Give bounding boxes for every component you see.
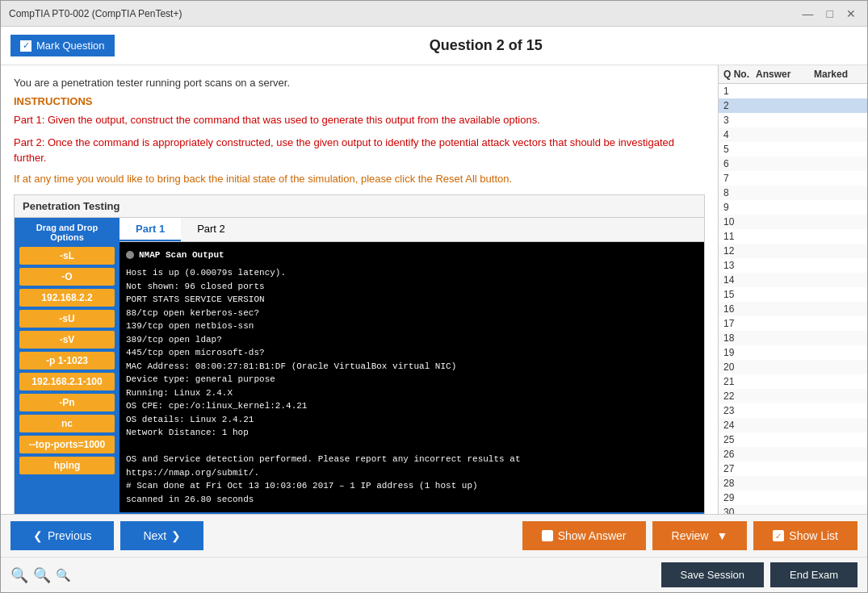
drag-item-top-ports[interactable]: --top-ports=1000 [19, 436, 115, 453]
sidebar-row-24[interactable]: 24 [719, 418, 867, 432]
sidebar-row-29[interactable]: 29 [719, 491, 867, 505]
sidebar-row-13[interactable]: 13 [719, 258, 867, 273]
sidebar-row-5[interactable]: 5 [719, 142, 867, 157]
sidebar-row-6[interactable]: 6 [719, 157, 867, 171]
nmap-line-11: OS CPE: cpe:/o:linux_kernel:2.4.21 [126, 399, 698, 413]
nmap-line-10: Running: Linux 2.4.X [126, 386, 698, 400]
previous-button[interactable]: Previous [10, 521, 114, 550]
sim-container: Penetration Testing Drag and Drop Option… [14, 194, 705, 515]
sidebar-row-22[interactable]: 22 [719, 389, 867, 403]
tab-part1[interactable]: Part 1 [120, 218, 181, 241]
drag-drop-title: Drag and Drop Options [19, 223, 115, 242]
drag-item-sl[interactable]: -sL [19, 247, 115, 265]
zoom-reset-button[interactable]: 🔍 [33, 566, 51, 584]
nmap-line-8: MAC Address: 08:00:27:81:B1:DF (Oracle V… [126, 360, 698, 374]
sidebar-header: Q No. Answer Marked [719, 65, 867, 84]
nmap-line-13: Network Distance: 1 hop [126, 426, 698, 440]
sidebar-row-7[interactable]: 7 [719, 171, 867, 186]
reset-text: If at any time you would like to bring b… [14, 173, 705, 185]
sidebar-row-11[interactable]: 11 [719, 229, 867, 244]
next-button[interactable]: Next [120, 521, 203, 550]
sidebar-row-27[interactable]: 27 [719, 461, 867, 476]
nav-buttons: Previous Next Show Answer Review ▼ ✓ Sho… [1, 515, 867, 558]
drag-item-su[interactable]: -sU [19, 310, 115, 328]
nmap-line-12: OS details: Linux 2.4.21 [126, 413, 698, 427]
sim-right: Part 1 Part 2 NMAP Scan Output Host is u… [120, 218, 704, 515]
sidebar-row-17[interactable]: 17 [719, 316, 867, 331]
mark-question-button[interactable]: ✓ Mark Question [10, 35, 115, 56]
bottom-bar: Previous Next Show Answer Review ▼ ✓ Sho… [1, 514, 867, 592]
zoom-session-bar: 🔍 🔍 🔍 Save Session End Exam [1, 558, 867, 592]
drag-item-p[interactable]: -p 1-1023 [19, 352, 115, 370]
nmap-line-18: scanned in 26.80 seconds [126, 493, 698, 507]
show-list-button[interactable]: ✓ Show List [753, 521, 858, 550]
sidebar-row-30[interactable]: 30 [719, 505, 867, 514]
drag-item-sv[interactable]: -sV [19, 331, 115, 349]
sidebar-row-8[interactable]: 8 [719, 186, 867, 200]
sidebar-row-18[interactable]: 18 [719, 331, 867, 345]
zoom-in-button[interactable]: 🔍 [10, 566, 28, 584]
drag-item-ip2[interactable]: 192.168.2.1-100 [19, 373, 115, 390]
sidebar-row-2[interactable]: 2 [719, 98, 867, 113]
sidebar: Q No. Answer Marked 1 2 3 4 5 6 7 8 9 10… [718, 65, 867, 514]
sim-title: Penetration Testing [23, 200, 120, 212]
sidebar-row-3[interactable]: 3 [719, 113, 867, 127]
sidebar-row-12[interactable]: 12 [719, 244, 867, 258]
save-session-button[interactable]: Save Session [661, 562, 765, 587]
sidebar-row-15[interactable]: 15 [719, 287, 867, 302]
app-window: CompTIA PT0-002 (CompTIA PenTest+) — □ ✕… [0, 0, 868, 593]
sidebar-row-23[interactable]: 23 [719, 403, 867, 418]
sidebar-row-1[interactable]: 1 [719, 84, 867, 98]
nmap-line-9: Device type: general purpose [126, 373, 698, 386]
sidebar-col-answer: Answer [756, 69, 814, 80]
main-area: You are a penetration tester running por… [1, 65, 867, 514]
drag-item-nc[interactable]: nc [19, 415, 115, 432]
part2-text: Part 2: Once the command is appropriatel… [14, 135, 705, 166]
tab-part2[interactable]: Part 2 [181, 218, 241, 241]
sidebar-row-4[interactable]: 4 [719, 127, 867, 142]
tabs-bar: Part 1 Part 2 [120, 218, 704, 242]
sidebar-row-16[interactable]: 16 [719, 302, 867, 316]
toolbar: ✓ Mark Question Question 2 of 15 [1, 27, 867, 65]
sidebar-row-14[interactable]: 14 [719, 273, 867, 287]
sidebar-row-25[interactable]: 25 [719, 432, 867, 447]
title-bar: CompTIA PT0-002 (CompTIA PenTest+) — □ ✕ [1, 1, 867, 27]
chevron-right-icon [171, 529, 181, 542]
restore-button[interactable]: □ [824, 7, 837, 20]
sidebar-row-9[interactable]: 9 [719, 200, 867, 215]
end-exam-button[interactable]: End Exam [770, 562, 858, 587]
question-title: Question 2 of 15 [115, 37, 858, 54]
nmap-line-17: # Scan done at Fri Oct 13 10:03:06 2017 … [126, 479, 698, 493]
sidebar-row-26[interactable]: 26 [719, 447, 867, 461]
nmap-line-4: 88/tcp open kerberos-sec? [126, 307, 698, 320]
save-session-label: Save Session [681, 569, 745, 581]
sidebar-row-28[interactable]: 28 [719, 476, 867, 491]
review-label: Review [672, 529, 709, 542]
review-button[interactable]: Review ▼ [652, 521, 748, 550]
nmap-line-1: Host is up (0.00079s latency). [126, 266, 698, 280]
sidebar-row-20[interactable]: 20 [719, 360, 867, 374]
show-answer-button[interactable]: Show Answer [522, 521, 646, 550]
window-title: CompTIA PT0-002 (CompTIA PenTest+) [9, 8, 182, 19]
nmap-panel: NMAP Scan Output Host is up (0.00079s la… [120, 242, 704, 513]
sidebar-row-19[interactable]: 19 [719, 345, 867, 360]
close-button[interactable]: ✕ [843, 7, 859, 20]
intro-text: You are a penetration tester running por… [14, 77, 705, 89]
window-controls: — □ ✕ [799, 7, 859, 20]
nmap-line-2: Not shown: 96 closed ports [126, 280, 698, 294]
drag-item-o[interactable]: -O [19, 268, 115, 286]
sidebar-row-10[interactable]: 10 [719, 215, 867, 229]
nmap-line-3: PORT STATS SERVICE VERSION [126, 293, 698, 307]
nmap-header: NMAP Scan Output [126, 248, 698, 262]
sidebar-row-21[interactable]: 21 [719, 374, 867, 389]
end-exam-label: End Exam [790, 569, 838, 581]
drag-item-hping[interactable]: hping [19, 457, 115, 474]
session-end-buttons: Save Session End Exam [661, 562, 858, 587]
drag-item-pn[interactable]: -Pn [19, 394, 115, 411]
show-list-label: Show List [789, 529, 838, 542]
minimize-button[interactable]: — [799, 7, 817, 20]
zoom-out-button[interactable]: 🔍 [56, 568, 71, 583]
nmap-title: NMAP Scan Output [139, 248, 224, 262]
drag-item-ip1[interactable]: 192.168.2.2 [19, 289, 115, 307]
next-label: Next [143, 529, 166, 542]
